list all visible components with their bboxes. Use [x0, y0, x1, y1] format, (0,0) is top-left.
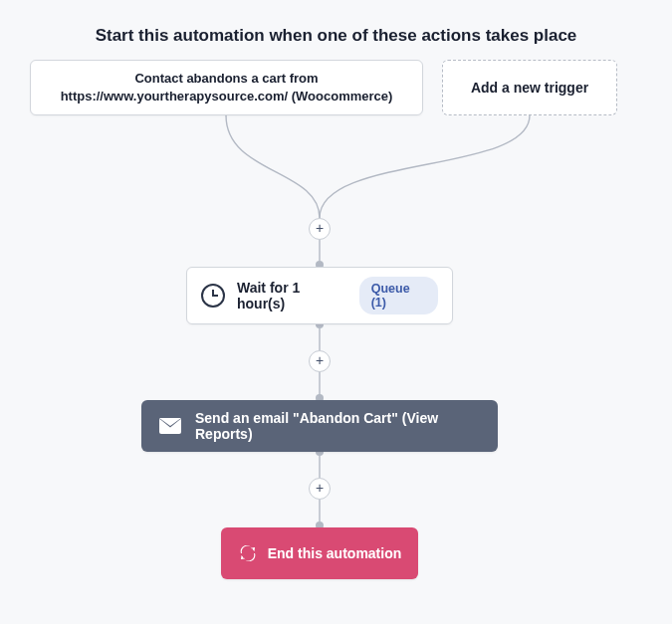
- wait-label: Wait for 1 hour(s): [237, 280, 347, 312]
- email-label: Send an email "Abandon Cart" (View Repor…: [195, 410, 480, 442]
- add-step-button-3[interactable]: +: [309, 478, 331, 500]
- end-label: End this automation: [268, 545, 402, 561]
- trigger-node[interactable]: Contact abandons a cart from https://www…: [30, 60, 423, 115]
- end-node[interactable]: End this automation: [221, 527, 418, 579]
- email-node[interactable]: Send an email "Abandon Cart" (View Repor…: [141, 400, 498, 452]
- add-trigger-button[interactable]: Add a new trigger: [442, 60, 617, 115]
- trigger-text: Contact abandons a cart from https://www…: [45, 70, 408, 104]
- clock-icon: [201, 284, 225, 308]
- queue-badge[interactable]: Queue (1): [359, 277, 438, 314]
- add-step-button-2[interactable]: +: [309, 350, 331, 372]
- add-step-button-1[interactable]: +: [309, 218, 331, 240]
- wait-node[interactable]: Wait for 1 hour(s) Queue (1): [186, 267, 453, 324]
- page-title: Start this automation when one of these …: [0, 26, 672, 46]
- cycle-icon: [238, 545, 258, 561]
- mail-icon: [159, 418, 181, 434]
